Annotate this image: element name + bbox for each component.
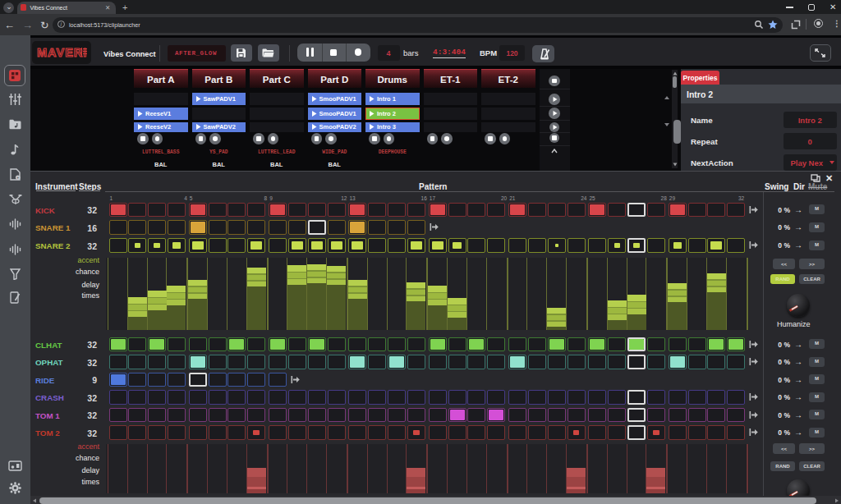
svg-text:+: +: [16, 175, 19, 180]
